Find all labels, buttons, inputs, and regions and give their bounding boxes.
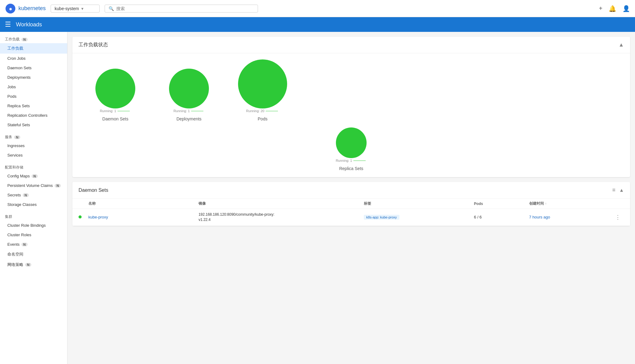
sort-asc-icon: ↑ bbox=[545, 202, 547, 205]
namespace-selector[interactable]: kube-system ▾ bbox=[51, 5, 100, 13]
workload-status-header: 工作负载状态 ▲ bbox=[72, 37, 630, 53]
row-tags: k8s-app: kube-proxy bbox=[364, 215, 474, 220]
workload-status-title: 工作负载状态 bbox=[79, 42, 108, 48]
running-label-daemon: Running: 1 bbox=[100, 109, 131, 113]
namespace-value: kube-system bbox=[55, 6, 79, 11]
sidebar-item-services[interactable]: Services bbox=[0, 150, 67, 160]
search-input[interactable] bbox=[116, 6, 254, 11]
sidebar-item-config-maps[interactable]: Config Maps N bbox=[0, 171, 67, 181]
sidebar-section-label-cluster: 集群 bbox=[5, 214, 12, 219]
chevron-down-icon: ▾ bbox=[81, 6, 83, 11]
daemon-sets-table-head: 名称 镜像 标签 Pods 创建时间 ↑ bbox=[72, 199, 630, 209]
circle-daemon-wrapper: Running: 1 bbox=[95, 69, 135, 113]
col-pods: Pods bbox=[474, 201, 529, 206]
col-image: 镜像 bbox=[198, 201, 364, 206]
sidebar-item-daemon-sets[interactable]: Daemon Sets bbox=[0, 63, 67, 73]
daemon-sets-table: Daemon Sets ≡ ▲ 名称 镜像 标签 Pods 创建时间 ↑ bbox=[72, 182, 630, 226]
status-circle-daemon-sets: Running: 1 Daemon Sets bbox=[85, 69, 146, 121]
connector-daemon bbox=[117, 111, 130, 111]
sidebar-item-cluster-role-bindings[interactable]: Cluster Role Bindings bbox=[0, 221, 67, 230]
app-name: kubernetes bbox=[18, 5, 46, 12]
created-link[interactable]: 7 hours ago bbox=[529, 215, 550, 219]
sidebar-item-pvc[interactable]: Persistent Volume Claims N bbox=[0, 181, 67, 190]
daemon-sets-title: Daemon Sets bbox=[79, 188, 108, 193]
search-icon: 🔍 bbox=[109, 6, 114, 11]
sidebar-item-network-policies[interactable]: 网络策略 N bbox=[0, 260, 67, 270]
svg-text:⎈: ⎈ bbox=[9, 6, 12, 11]
circle-label-deployments: Deployments bbox=[176, 116, 202, 121]
sidebar-section-label-config: 配置和存储 bbox=[5, 165, 23, 170]
status-circle-pods: Running: 20 Pods bbox=[232, 59, 293, 121]
status-indicator bbox=[79, 215, 88, 219]
sidebar-item-ingresses[interactable]: Ingresses bbox=[0, 141, 67, 150]
sidebar-item-cron-jobs[interactable]: Cron Jobs bbox=[0, 54, 67, 63]
running-text-replica: Running: 1 bbox=[336, 159, 352, 162]
circle-pods bbox=[238, 59, 287, 108]
sidebar-item-deployments[interactable]: Deployments bbox=[0, 73, 67, 82]
row-created: 7 hours ago bbox=[529, 215, 612, 219]
filter-icon[interactable]: ≡ bbox=[612, 187, 616, 193]
sidebar-services-badge: N bbox=[14, 135, 20, 139]
sidebar-section-services: 服务 N Ingresses Services bbox=[0, 130, 67, 160]
add-button[interactable]: + bbox=[599, 5, 602, 12]
col-status bbox=[79, 201, 88, 206]
sidebar-item-pods[interactable]: Pods bbox=[0, 92, 67, 101]
connector-pods bbox=[266, 111, 278, 111]
sidebar-section-header-workloads: 工作负载 N bbox=[0, 34, 67, 43]
col-name: 名称 bbox=[88, 201, 198, 206]
col-tags: 标签 bbox=[364, 201, 474, 206]
more-actions-icon[interactable]: ⋮ bbox=[612, 214, 624, 221]
sidebar: 工作负载 N 工作负载 Cron Jobs Daemon Sets Deploy… bbox=[0, 32, 67, 364]
connector-deployments bbox=[191, 111, 203, 111]
page-title: Workloads bbox=[16, 21, 42, 28]
sidebar-item-workloads-active[interactable]: 工作负载 bbox=[0, 43, 67, 54]
running-text-pods: Running: 20 bbox=[246, 109, 264, 113]
notification-icon[interactable]: 🔔 bbox=[609, 5, 616, 12]
sidebar-item-storage-classes[interactable]: Storage Classes bbox=[0, 200, 67, 209]
sidebar-item-cluster-roles[interactable]: Cluster Roles bbox=[0, 230, 67, 240]
collapse-button[interactable]: ▲ bbox=[618, 42, 624, 48]
sidebar-item-events[interactable]: Events N bbox=[0, 240, 67, 249]
sidebar-section-config: 配置和存储 Config Maps N Persistent Volume Cl… bbox=[0, 160, 67, 209]
circle-daemon bbox=[95, 69, 135, 108]
workload-status-card: 工作负载状态 ▲ Running: 1 Daemon Sets bbox=[72, 37, 630, 177]
circle-replica-wrapper: Running: 1 bbox=[336, 127, 367, 162]
sidebar-item-jobs[interactable]: Jobs bbox=[0, 82, 67, 92]
sidebar-item-replication-controllers[interactable]: Replication Controllers bbox=[0, 111, 67, 120]
running-label-pods: Running: 20 bbox=[246, 109, 279, 113]
sidebar-item-secrets[interactable]: Secrets N bbox=[0, 190, 67, 200]
tag-badge: k8s-app: kube-proxy bbox=[364, 215, 399, 220]
col-actions bbox=[612, 201, 624, 206]
running-label-replica: Running: 1 bbox=[336, 159, 367, 162]
running-text-deployments: Running: 1 bbox=[173, 109, 190, 113]
menu-icon[interactable]: ☰ bbox=[5, 21, 11, 28]
circle-label-pods: Pods bbox=[258, 116, 267, 121]
topbar-actions: + 🔔 👤 bbox=[599, 5, 630, 12]
sidebar-section-cluster: 集群 Cluster Role Bindings Cluster Roles E… bbox=[0, 209, 67, 270]
col-created: 创建时间 ↑ bbox=[529, 201, 612, 206]
sidebar-section-label: 工作负载 bbox=[5, 37, 20, 42]
secondary-nav: ☰ Workloads bbox=[0, 17, 635, 32]
sidebar-section-label-services: 服务 bbox=[5, 135, 12, 140]
app-logo: ⎈ kubernetes bbox=[5, 3, 46, 14]
circle-deployments-wrapper: Running: 1 bbox=[169, 69, 209, 113]
connector-replica bbox=[353, 161, 366, 161]
layout: 工作负载 N 工作负载 Cron Jobs Daemon Sets Deploy… bbox=[0, 32, 635, 364]
sidebar-section-header-services: 服务 N bbox=[0, 132, 67, 141]
running-text-daemon: Running: 1 bbox=[100, 109, 116, 113]
config-maps-badge: N bbox=[32, 174, 38, 178]
row-name[interactable]: kube-proxy bbox=[88, 215, 198, 219]
sidebar-item-stateful-sets[interactable]: Stateful Sets bbox=[0, 120, 67, 130]
kube-proxy-link[interactable]: kube-proxy bbox=[88, 215, 108, 219]
k8s-icon: ⎈ bbox=[5, 3, 16, 14]
circle-deployments bbox=[169, 69, 209, 108]
sidebar-item-namespaces[interactable]: 命名空间 bbox=[0, 249, 67, 260]
topbar: ⎈ kubernetes kube-system ▾ 🔍 + 🔔 👤 bbox=[0, 0, 635, 17]
table-header-actions: ≡ ▲ bbox=[612, 187, 624, 193]
status-circles-container: Running: 1 Daemon Sets Running: 1 bbox=[72, 53, 630, 127]
collapse-table-button[interactable]: ▲ bbox=[619, 188, 624, 193]
status-circle-deployments: Running: 1 Deployments bbox=[158, 69, 220, 121]
user-avatar[interactable]: 👤 bbox=[622, 5, 630, 12]
sidebar-item-replica-sets[interactable]: Replica Sets bbox=[0, 101, 67, 111]
search-bar: 🔍 bbox=[105, 5, 258, 13]
